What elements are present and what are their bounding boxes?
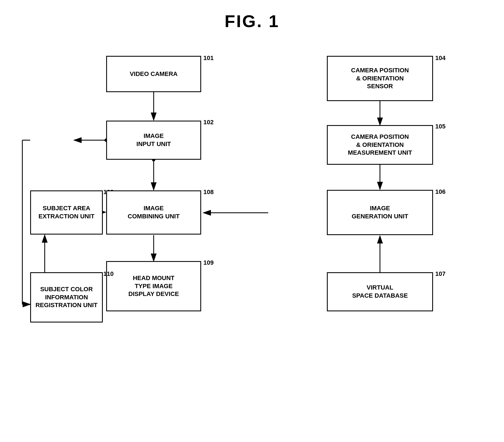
virtual-space-database-box: VIRTUAL SPACE DATABASE [327,272,433,311]
camera-position-sensor-box: CAMERA POSITION & ORIENTATION SENSOR [327,56,433,101]
subject-area-extraction-box: SUBJECT AREA EXTRACTION UNIT [30,190,103,235]
ref-109: 109 [203,259,214,266]
ref-105: 105 [435,123,446,130]
head-mount-display-box: HEAD MOUNT TYPE IMAGE DISPLAY DEVICE [106,261,201,311]
diagram-container: VIDEO CAMERA 101 IMAGE INPUT UNIT 102 SU… [17,39,487,431]
ref-110: 110 [103,270,114,278]
page-title: FIG. 1 [0,0,504,31]
image-input-unit-box: IMAGE INPUT UNIT [106,121,201,160]
ref-107: 107 [435,270,446,278]
video-camera-box: VIDEO CAMERA [106,56,201,92]
ref-102: 102 [203,119,214,126]
ref-108: 108 [203,188,214,196]
ref-101: 101 [203,54,214,62]
image-generation-unit-box: IMAGE GENERATION UNIT [327,190,433,235]
ref-104: 104 [435,54,446,62]
ref-106: 106 [435,188,446,195]
subject-color-registration-box: SUBJECT COLOR INFORMATION REGISTRATION U… [30,272,103,322]
image-combining-unit-box: IMAGE COMBINING UNIT [106,190,201,235]
camera-position-measurement-box: CAMERA POSITION & ORIENTATION MEASUREMEN… [327,125,433,165]
